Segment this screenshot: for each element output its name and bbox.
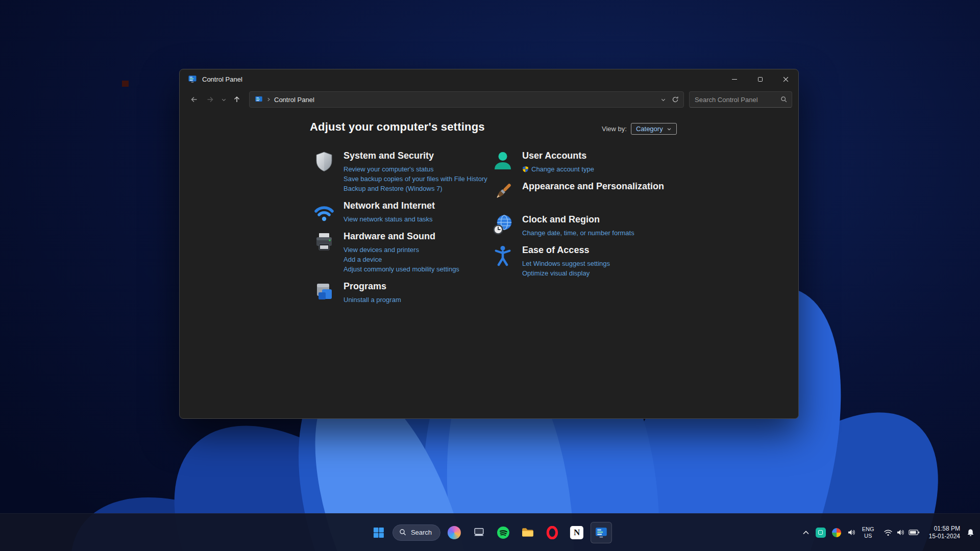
taskbar-search[interactable]: Search <box>393 524 440 541</box>
link-change-account-type[interactable]: Change account type <box>522 164 594 174</box>
minimize-icon <box>732 79 737 80</box>
language-switcher[interactable]: ENG US <box>862 526 874 539</box>
programs-icon[interactable] <box>313 281 335 303</box>
window-title: Control Panel <box>202 76 242 83</box>
link-uninstall-a-program[interactable]: Uninstall a program <box>344 295 401 305</box>
taskbar-app-spotify[interactable] <box>493 522 514 543</box>
refresh-button[interactable] <box>670 92 680 107</box>
search-icon <box>780 96 788 103</box>
control-panel-taskbar-icon <box>595 526 608 539</box>
control-panel-content: Adjust your computer's settings View by:… <box>180 110 798 418</box>
view-by-label: View by: <box>602 125 627 133</box>
address-bar[interactable]: Control Panel <box>249 91 684 108</box>
link-change-date-time-formats[interactable]: Change date, time, or number formats <box>522 228 634 238</box>
window-titlebar[interactable]: Control Panel <box>180 69 798 89</box>
view-by-control: View by: Category <box>602 123 677 135</box>
category-title-ease-of-access[interactable]: Ease of Access <box>522 245 610 256</box>
category-appearance-personalization: Appearance and Personalization <box>492 181 716 203</box>
battery-status-icon <box>909 529 920 536</box>
desktop: Control Panel <box>0 0 980 551</box>
maximize-icon <box>758 77 763 82</box>
back-button[interactable] <box>186 92 202 107</box>
address-dropdown-button[interactable] <box>658 92 668 107</box>
forward-button[interactable] <box>202 92 218 107</box>
page-title: Adjust your computer's settings <box>310 120 485 134</box>
quick-settings-cluster[interactable] <box>880 525 923 539</box>
taskbar-app-control-panel-active[interactable] <box>591 522 612 543</box>
taskbar-app-notion[interactable]: N <box>566 522 587 543</box>
link-view-devices-printers[interactable]: View devices and printers <box>344 245 459 255</box>
search-input[interactable] <box>695 96 780 104</box>
search-box[interactable] <box>689 91 792 108</box>
link-mobility-settings[interactable]: Adjust commonly used mobility settings <box>344 264 459 274</box>
close-button[interactable] <box>773 69 798 89</box>
category-title-clock-and-region[interactable]: Clock and Region <box>522 214 634 225</box>
category-title-programs[interactable]: Programs <box>344 281 401 292</box>
notification-bell-icon <box>966 528 975 537</box>
shield-icon[interactable] <box>313 150 335 172</box>
taskbar-app-opera[interactable] <box>542 522 563 543</box>
printer-icon[interactable] <box>313 231 335 253</box>
wifi-status-icon <box>884 529 893 536</box>
teal-app-icon <box>816 528 826 538</box>
link-review-computer-status[interactable]: Review your computer's status <box>344 164 487 174</box>
link-add-a-device[interactable]: Add a device <box>344 255 459 264</box>
user-icon[interactable] <box>492 150 514 172</box>
folder-icon <box>521 526 534 539</box>
notification-center-button[interactable] <box>966 528 975 537</box>
category-ease-of-access: Ease of Access Let Windows suggest setti… <box>492 244 716 278</box>
accessibility-icon[interactable] <box>492 244 514 267</box>
chevron-up-icon <box>802 530 810 535</box>
category-column-right: User Accounts <box>492 150 716 285</box>
view-by-value: Category <box>636 125 663 133</box>
chevron-down-icon <box>221 97 227 103</box>
category-title-hardware-and-sound[interactable]: Hardware and Sound <box>344 231 459 242</box>
taskbar-center-group: Search <box>368 514 612 551</box>
link-change-account-type-label: Change account type <box>531 164 594 174</box>
breadcrumb-app-icon <box>255 95 263 104</box>
breadcrumb-control-panel[interactable]: Control Panel <box>274 96 314 104</box>
category-title-system-and-security[interactable]: System and Security <box>344 151 487 161</box>
paintbrush-icon[interactable] <box>492 181 514 203</box>
wifi-icon[interactable] <box>313 200 335 222</box>
clock-date-display[interactable]: 01:58 PM 15-01-2024 <box>929 525 960 540</box>
spotify-icon <box>497 526 510 539</box>
link-file-history-backup[interactable]: Save backup copies of your files with Fi… <box>344 174 487 184</box>
taskbar-app-file-explorer[interactable] <box>517 522 538 543</box>
tray-app-colorful[interactable] <box>832 528 841 537</box>
clock-globe-icon[interactable] <box>492 214 514 236</box>
view-by-chevron-icon <box>667 127 672 132</box>
up-arrow-icon <box>233 95 241 104</box>
minimize-button[interactable] <box>722 69 747 89</box>
link-backup-restore-windows7[interactable]: Backup and Restore (Windows 7) <box>344 184 487 193</box>
category-title-appearance-personalization[interactable]: Appearance and Personalization <box>522 181 664 192</box>
monitor-icon <box>473 526 485 539</box>
taskbar-app-device[interactable] <box>468 522 489 543</box>
copilot-icon <box>448 526 461 539</box>
category-title-user-accounts[interactable]: User Accounts <box>522 151 594 161</box>
recent-pages-button[interactable] <box>218 92 229 107</box>
link-view-network-status[interactable]: View network status and tasks <box>344 214 435 224</box>
tray-app-teal[interactable] <box>816 528 826 538</box>
up-button[interactable] <box>229 92 245 107</box>
tray-audio-app[interactable] <box>847 529 856 536</box>
maximize-button[interactable] <box>747 69 773 89</box>
windows-logo-icon <box>373 527 385 539</box>
breadcrumb-chevron-icon <box>266 97 271 102</box>
category-clock-and-region: Clock and Region Change date, time, or n… <box>492 214 716 238</box>
tray-date: 15-01-2024 <box>929 533 960 540</box>
link-optimize-visual-display[interactable]: Optimize visual display <box>522 268 610 278</box>
category-programs: Programs Uninstall a program <box>313 281 495 305</box>
taskbar: Search <box>0 513 980 551</box>
opera-icon <box>546 526 559 539</box>
control-panel-app-icon <box>188 74 197 84</box>
taskbar-app-copilot[interactable] <box>444 522 465 543</box>
tray-overflow-button[interactable] <box>802 530 810 535</box>
link-let-windows-suggest-settings[interactable]: Let Windows suggest settings <box>522 259 610 268</box>
view-by-dropdown[interactable]: Category <box>631 123 677 135</box>
start-button[interactable] <box>368 522 389 543</box>
colorful-app-icon <box>832 528 841 537</box>
category-title-network-and-internet[interactable]: Network and Internet <box>344 201 435 211</box>
category-network-and-internet: Network and Internet View network status… <box>313 200 495 224</box>
speaker-app-icon <box>847 529 856 536</box>
